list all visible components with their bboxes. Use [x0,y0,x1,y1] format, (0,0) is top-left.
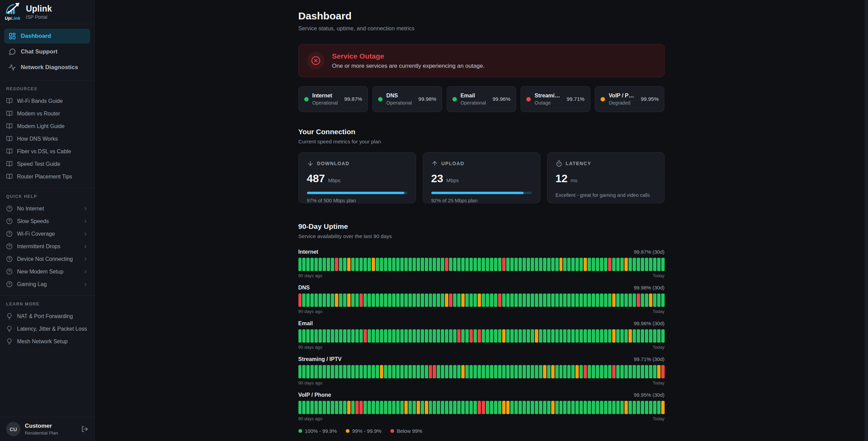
resource-item-how-dns-works[interactable]: How DNS Works [5,132,90,145]
uptime-bar [310,329,314,343]
uptime-bar [323,329,326,343]
logout-icon[interactable] [81,426,88,432]
quick-help-item-new-modem-setup[interactable]: New Modem Setup [5,265,90,278]
uptime-bar [413,258,416,271]
uptime-start-label: 90 days ago [298,345,323,350]
help-icon [6,243,13,250]
uptime-bar [653,329,656,343]
uptime-bar [319,258,322,271]
resource-item-wi-fi-bands-guide[interactable]: Wi-Fi Bands Guide [5,95,90,107]
status-dot [378,97,383,101]
uptime-bar [298,294,302,307]
status-card-state: Outage [534,100,563,106]
uptime-bar [445,258,448,271]
status-card-name: VoIP / Phone [609,93,637,99]
user-name: Customer [25,423,58,429]
quick-help-item-no-internet[interactable]: No Internet [5,202,90,215]
uptime-bar [343,294,346,307]
uptime-bar [469,365,473,378]
sidebar-item-label: Dashboard [21,33,51,40]
uptime-bar [616,258,620,271]
uptime-bar [563,294,567,307]
uptime-bar [314,294,318,307]
uptime-bar [469,258,473,271]
uptime-bar [600,401,603,414]
uptime-bar [494,365,497,378]
uptime-bar [579,365,583,378]
uptime-bar [331,294,334,307]
uptime-bar [551,365,555,378]
legend-item-amber: 99% - 99.9% [346,428,382,434]
uptime-bar [661,401,665,414]
uptime-bar [413,294,416,307]
uptime-bar [421,365,424,378]
uptime-bar [649,329,652,343]
resource-item-modem-vs-router[interactable]: Modem vs Router [5,107,90,120]
quick-help-item-intermittent-drops[interactable]: Intermittent Drops [5,240,90,253]
uptime-bar [486,329,489,343]
status-card-name: Internet [312,93,341,99]
uptime-bar [559,401,563,414]
uptime-bar [413,365,416,378]
uptime-bar [404,258,408,271]
learn-more-item-latency-jitter-packet-loss[interactable]: Latency, Jitter & Packet Loss [5,322,90,335]
uptime-bar [555,401,559,414]
uptime-title: 90-Day Uptime [298,222,665,231]
resource-item-speed-test-guide[interactable]: Speed Test Guide [5,158,90,170]
learn-more-item-label: Latency, Jitter & Packet Loss [17,326,87,332]
uptime-bar [629,401,632,414]
uptime-bar [380,365,383,378]
uptime-bar [400,401,404,414]
uptime-end-label: Today [653,345,665,350]
uptime-bar [388,401,391,414]
uptime-bar [498,329,501,343]
uptime-bar [319,365,322,378]
uptime-bar [633,258,636,271]
learn-more-item-nat-port-forwarding[interactable]: NAT & Port Forwarding [5,310,90,322]
status-card-name: DNS [386,93,415,99]
uptime-service-name: DNS [298,285,310,291]
quick-help-item-gaming-lag[interactable]: Gaming Lag [5,278,90,290]
logo: UpLink Uplink ISP Portal [0,0,94,24]
uptime-bar [474,365,477,378]
uptime-bar [396,365,400,378]
uptime-bar [343,365,346,378]
resource-item-label: Modem Light Guide [17,123,65,129]
resource-item-fiber-vs-dsl-vs-cable[interactable]: Fiber vs DSL vs Cable [5,145,90,158]
user-account[interactable]: CU Customer Residential Plan [0,417,94,441]
uptime-bar [396,294,400,307]
sidebar-item-dashboard[interactable]: Dashboard [4,29,90,44]
uptime-bar [531,365,534,378]
uptime-bar [579,294,583,307]
uptime-end-label: Today [653,309,665,314]
uptime-bar [637,365,640,378]
learn-more-item-mesh-network-setup[interactable]: Mesh Network Setup [5,335,90,348]
resource-item-label: How DNS Works [17,136,58,142]
uptime-bar [343,401,346,414]
scrollbar[interactable] [865,0,868,441]
uptime-bar [376,258,379,271]
resources-label: RESOURCES [6,86,90,91]
quick-help-item-device-not-connecting[interactable]: Device Not Connecting [5,253,90,265]
resource-item-router-placement-tips[interactable]: Router Placement Tips [5,170,90,183]
resource-item-modem-light-guide[interactable]: Modem Light Guide [5,120,90,132]
uptime-bar [502,258,506,271]
quick-help-item-slow-speeds[interactable]: Slow Speeds [5,215,90,227]
sidebar-item-chat-support[interactable]: Chat Support [4,44,90,59]
uptime-bar [588,365,591,378]
uptime-bar [661,258,665,271]
uptime-bar [600,365,603,378]
uptime-bar [539,365,542,378]
quick-help-item-wi-fi-coverage[interactable]: Wi-Fi Coverage [5,227,90,240]
uptime-bar [306,329,310,343]
connection-card-value: 487 [307,172,325,185]
uptime-bar [539,294,542,307]
uptime-bar [400,258,404,271]
uptime-bar [661,294,665,307]
main-nav: DashboardChat SupportNetwork Diagnostics [0,24,94,80]
uptime-bar [490,401,493,414]
uptime-bar [437,401,440,414]
progress-bar [307,192,407,194]
sidebar-item-network-diagnostics[interactable]: Network Diagnostics [4,60,90,75]
uptime-end-label: Today [653,380,665,385]
